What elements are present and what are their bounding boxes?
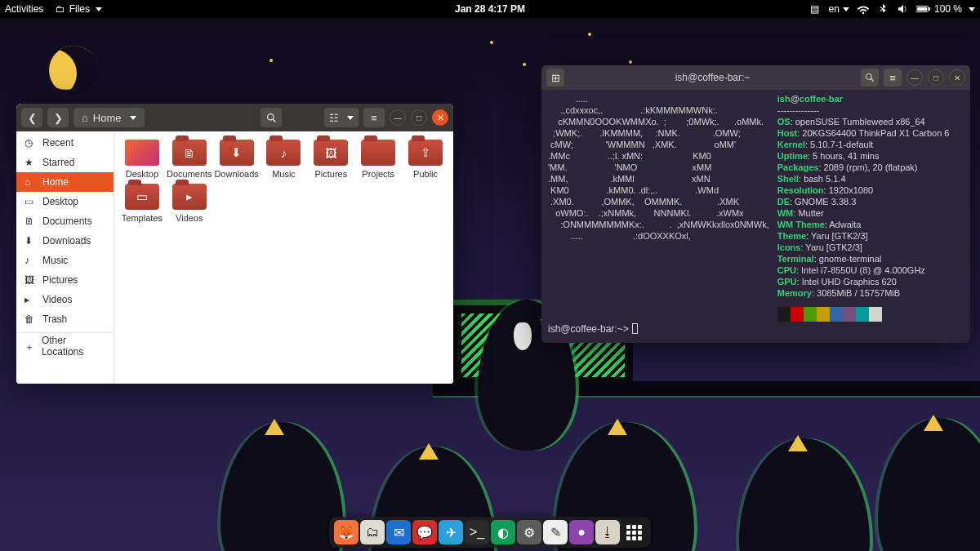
dock-settings[interactable]: ⚙ — [517, 520, 541, 544]
home-icon: ⌂ — [82, 112, 88, 124]
hamburger-menu[interactable]: ≡ — [884, 69, 902, 87]
maximize-button[interactable]: □ — [411, 109, 427, 126]
dock-thunderbird[interactable]: ✉ — [386, 520, 411, 544]
doc-icon: 🗎 — [24, 216, 36, 227]
chevron-down-icon — [96, 7, 102, 11]
sidebar-item-trash[interactable]: 🗑Trash — [16, 309, 114, 329]
view-toggle[interactable]: ☷ — [324, 108, 359, 127]
folder-public[interactable]: ⇪Public — [403, 140, 448, 179]
battery-icon — [916, 5, 931, 13]
terminal-prompt[interactable]: ish@coffee-bar:~> — [548, 323, 638, 335]
activities-button[interactable]: Activities — [5, 3, 43, 15]
terminal-content[interactable]: ..... .,cdxxxoc,. .:kKMMMMMWNk:. cKMMN0O… — [541, 90, 970, 328]
folder-icon — [361, 140, 395, 166]
folder-icon: ♪ — [266, 140, 301, 166]
folder-label: Downloads — [214, 169, 258, 179]
dock: 🦊🗂✉💬✈>_◐⚙✎●⭳ — [329, 517, 651, 548]
sidebar-item-downloads[interactable]: ⬇Downloads — [16, 231, 114, 251]
folder-label: Desktop — [126, 169, 158, 179]
folder-label: Videos — [176, 213, 203, 223]
top-panel: Activities 🗀 Files Jan 28 4:17 PM ▤ en 1… — [0, 0, 980, 18]
terminal-headerbar: ⊞ ish@coffee-bar:~ ≡ — □ ✕ — [541, 65, 970, 90]
vid-icon: ▸ — [24, 294, 36, 305]
close-button[interactable]: ✕ — [949, 69, 965, 86]
dock-text-editor[interactable]: ✎ — [543, 520, 568, 544]
sidebar-item-starred[interactable]: ★Starred — [16, 153, 114, 172]
penguin-graphic — [739, 438, 870, 551]
sidebar-item-recent[interactable]: ◷Recent — [16, 133, 114, 153]
dock-podcasts[interactable]: ● — [569, 520, 594, 544]
folder-icon: ⬇ — [220, 140, 254, 166]
keyboard-layout[interactable]: en — [829, 3, 849, 15]
folder-downloads[interactable]: ⬇Downloads — [214, 140, 260, 179]
path-bar[interactable]: ⌂ Home — [74, 108, 145, 127]
dock-telegram[interactable]: ✈ — [439, 520, 463, 544]
sidebar-item-label: Documents — [42, 216, 92, 227]
file-manager-content: Desktop🗎Documents⬇Downloads♪Music🖼Pictur… — [114, 131, 453, 384]
sidebar-item-label: Desktop — [42, 196, 78, 207]
volume-icon[interactable] — [897, 3, 908, 15]
tray-menu-icon[interactable]: ▤ — [809, 3, 821, 15]
battery-indicator[interactable]: 100 % — [916, 3, 975, 15]
maximize-button[interactable]: □ — [928, 69, 944, 86]
folder-projects[interactable]: Projects — [355, 140, 401, 179]
file-manager-headerbar: ❮ ❯ ⌂ Home ☷ ≡ — □ ✕ — [16, 104, 453, 131]
chevron-down-icon — [130, 116, 136, 120]
svg-line-6 — [871, 79, 874, 82]
minimize-button[interactable]: — — [906, 69, 923, 86]
sidebar-item-label: Other Locations — [42, 335, 105, 358]
chevron-down-icon — [347, 116, 354, 120]
sidebar-item-other-locations[interactable]: ＋Other Locations — [16, 336, 114, 356]
sidebar-item-videos[interactable]: ▸Videos — [16, 290, 114, 309]
dock-firefox[interactable]: 🦊 — [334, 520, 359, 544]
clock-icon: ◷ — [24, 137, 36, 149]
svg-point-5 — [866, 74, 872, 80]
dock-chat[interactable]: 💬 — [412, 520, 437, 544]
search-button[interactable] — [261, 108, 282, 127]
folder-documents[interactable]: 🗎Documents — [167, 140, 212, 179]
bluetooth-icon[interactable] — [877, 3, 889, 15]
folder-videos[interactable]: ▸Videos — [167, 184, 212, 223]
files-menu-label: Files — [69, 3, 90, 15]
svg-rect-2 — [917, 7, 927, 11]
clock[interactable]: Jan 28 4:17 PM — [455, 3, 525, 15]
sidebar-item-desktop[interactable]: ▭Desktop — [16, 192, 114, 211]
search-button[interactable] — [861, 69, 879, 87]
minimize-button[interactable]: — — [390, 109, 406, 126]
trash-icon: 🗑 — [24, 313, 36, 325]
new-tab-button[interactable]: ⊞ — [546, 69, 564, 87]
dock-terminal[interactable]: >_ — [465, 520, 489, 544]
nav-forward-button[interactable]: ❯ — [47, 108, 69, 127]
penguin-graphic — [878, 418, 980, 551]
neofetch-ascii: ..... .,cdxxxoc,. .:kKMMMMMWNk:. cKMMN0O… — [548, 93, 769, 322]
folder-desktop[interactable]: Desktop — [119, 140, 165, 179]
wifi-icon[interactable] — [858, 3, 869, 15]
hamburger-menu[interactable]: ≡ — [363, 108, 385, 127]
nav-back-button[interactable]: ❮ — [21, 108, 42, 127]
sidebar-item-pictures[interactable]: 🖼Pictures — [16, 270, 114, 290]
dock-software[interactable]: ⭳ — [595, 520, 620, 544]
app-grid-icon — [626, 525, 642, 540]
folder-icon: ▸ — [172, 184, 207, 210]
files-menu[interactable]: 🗀 Files — [55, 3, 102, 15]
dock-files[interactable]: 🗂 — [360, 520, 385, 544]
dock-app-grid[interactable] — [621, 520, 646, 544]
folder-icon: 🗀 — [55, 3, 66, 15]
pic-icon: 🖼 — [24, 274, 36, 286]
sidebar-item-label: Downloads — [42, 235, 91, 247]
folder-templates[interactable]: ▭Templates — [119, 184, 165, 223]
close-button[interactable]: ✕ — [432, 109, 448, 126]
home-icon: ⌂ — [24, 176, 36, 188]
svg-line-4 — [273, 119, 275, 122]
sidebar-item-label: Trash — [42, 313, 67, 325]
sidebar-item-label: Starred — [42, 157, 74, 168]
sidebar-item-documents[interactable]: 🗎Documents — [16, 211, 114, 231]
sidebar-item-label: Videos — [42, 294, 72, 305]
sidebar-item-music[interactable]: ♪Music — [16, 251, 114, 270]
sidebar-item-home[interactable]: ⌂Home — [16, 172, 114, 192]
desktop-icon — [125, 140, 159, 166]
folder-music[interactable]: ♪Music — [261, 140, 307, 179]
dock-vpn[interactable]: ◐ — [491, 520, 515, 544]
folder-pictures[interactable]: 🖼Pictures — [308, 140, 354, 179]
sidebar-item-label: Pictures — [42, 274, 78, 286]
